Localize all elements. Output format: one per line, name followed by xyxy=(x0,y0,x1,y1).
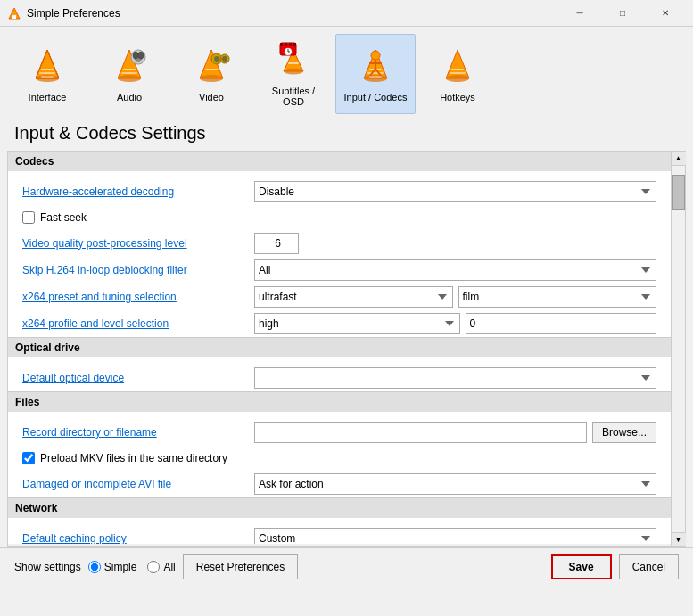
hw-decoding-control[interactable]: Disable Automatic DXVA 2.0 D3D11 NVDEC xyxy=(254,181,656,202)
fast-seek-label[interactable]: Fast seek xyxy=(40,211,87,224)
optical-device-control[interactable] xyxy=(254,367,656,389)
svg-rect-20 xyxy=(205,69,218,70)
svg-point-17 xyxy=(138,52,144,59)
input-icon xyxy=(354,45,397,88)
simple-radio-option[interactable]: Simple xyxy=(88,561,137,573)
record-input[interactable] xyxy=(254,422,587,443)
audio-icon xyxy=(108,45,151,88)
close-button[interactable]: ✕ xyxy=(645,0,686,27)
browse-button[interactable]: Browse... xyxy=(592,422,656,443)
app-icon xyxy=(7,6,21,21)
svg-point-48 xyxy=(446,75,469,82)
show-settings-radio-group: Simple All xyxy=(88,561,176,573)
x264-tune-select[interactable]: film animation grain stillimage psnr ssi… xyxy=(458,286,657,308)
cancel-button[interactable]: Cancel xyxy=(619,554,679,579)
record-row: Record directory or filename Browse... xyxy=(22,419,656,446)
svg-rect-40 xyxy=(367,72,384,74)
damaged-avi-control[interactable]: Ask for action Always fix Never fix xyxy=(254,473,656,495)
svg-rect-50 xyxy=(450,72,466,74)
scroll-up-button[interactable]: ▲ xyxy=(672,152,686,166)
tab-subtitles[interactable]: Subtitles / OSD xyxy=(253,34,334,114)
bottom-bar: Show settings Simple All Reset Preferenc… xyxy=(0,547,693,585)
record-control[interactable]: Browse... xyxy=(254,422,656,443)
skip-h264-select[interactable]: All Non-ref None xyxy=(254,259,656,281)
window-title: Simple Preferences xyxy=(27,7,559,20)
vq-control[interactable] xyxy=(254,233,656,254)
nav-tabs: Interface Audio xyxy=(0,27,693,114)
show-settings-label: Show settings xyxy=(14,561,81,573)
svg-rect-49 xyxy=(451,69,464,70)
all-label: All xyxy=(163,561,175,573)
scroll-down-button[interactable]: ▼ xyxy=(672,532,686,546)
network-section-header: Network xyxy=(8,497,671,518)
optical-device-select[interactable] xyxy=(254,367,656,389)
x264-preset-control[interactable]: ultrafast superfast veryfast faster fast… xyxy=(254,286,656,308)
window-controls: ─ □ ✕ xyxy=(559,0,686,27)
minimize-button[interactable]: ─ xyxy=(559,0,600,27)
hw-decoding-label[interactable]: Hardware-accelerated decoding xyxy=(22,185,254,198)
damaged-avi-label[interactable]: Damaged or incomplete AVI file xyxy=(22,478,254,490)
vq-label[interactable]: Video quality post-processing level xyxy=(22,237,254,250)
x264-preset-select[interactable]: ultrafast superfast veryfast faster fast… xyxy=(254,286,453,308)
tab-audio[interactable]: Audio xyxy=(89,34,169,114)
tab-audio-label: Audio xyxy=(117,92,142,103)
tab-interface-label: Interface xyxy=(29,92,67,103)
tab-hotkeys-label: Hotkeys xyxy=(440,92,475,103)
record-label[interactable]: Record directory or filename xyxy=(22,426,254,439)
x264-preset-label[interactable]: x264 preset and tuning selection xyxy=(22,291,254,303)
titlebar: Simple Preferences ─ □ ✕ xyxy=(0,0,693,27)
damaged-avi-select[interactable]: Ask for action Always fix Never fix xyxy=(254,473,656,495)
vq-row: Video quality post-processing level xyxy=(22,230,656,257)
x264-preset-row: x264 preset and tuning selection ultrafa… xyxy=(22,283,656,310)
tab-hotkeys[interactable]: Hotkeys xyxy=(417,34,498,114)
caching-select[interactable]: Custom Lowest latency Low latency Normal… xyxy=(254,528,656,544)
svg-marker-47 xyxy=(446,50,469,78)
x264-profile-control[interactable]: high baseline main high10 high422 high44… xyxy=(254,313,656,334)
svg-point-11 xyxy=(118,75,141,82)
video-icon xyxy=(190,45,233,88)
damaged-avi-row: Damaged or incomplete AVI file Ask for a… xyxy=(22,471,656,497)
tab-interface[interactable]: Interface xyxy=(7,34,87,114)
subtitles-icon xyxy=(272,41,315,82)
interface-icon xyxy=(26,45,69,88)
optical-device-row: Default optical device xyxy=(22,365,656,391)
svg-rect-8 xyxy=(41,76,54,78)
svg-point-16 xyxy=(133,52,138,59)
preload-mkv-label[interactable]: Preload MKV files in the same directory xyxy=(40,452,227,464)
skip-h264-label[interactable]: Skip H.264 in-loop deblocking filter xyxy=(22,264,254,276)
svg-marker-3 xyxy=(36,50,59,78)
preload-mkv-checkbox[interactable] xyxy=(22,452,35,464)
scroll-thumb[interactable] xyxy=(672,175,685,210)
svg-rect-6 xyxy=(41,69,54,70)
caching-control[interactable]: Custom Lowest latency Low latency Normal… xyxy=(254,528,656,544)
svg-rect-1 xyxy=(12,15,16,19)
codecs-section-header: Codecs xyxy=(8,152,671,171)
x264-level-input[interactable] xyxy=(466,313,657,334)
svg-point-19 xyxy=(200,75,223,82)
svg-point-24 xyxy=(214,56,219,62)
optical-device-label[interactable]: Default optical device xyxy=(22,372,254,384)
svg-point-42 xyxy=(371,51,380,60)
svg-rect-7 xyxy=(39,72,55,74)
skip-h264-control[interactable]: All Non-ref None xyxy=(254,259,656,281)
hw-decoding-select[interactable]: Disable Automatic DXVA 2.0 D3D11 NVDEC xyxy=(254,181,656,202)
caching-label[interactable]: Default caching policy xyxy=(22,532,254,544)
maximize-button[interactable]: □ xyxy=(602,0,643,27)
fast-seek-checkbox[interactable] xyxy=(22,211,35,224)
vq-input[interactable] xyxy=(254,233,299,254)
all-radio-option[interactable]: All xyxy=(147,561,175,573)
svg-rect-41 xyxy=(369,76,382,78)
save-button[interactable]: Save xyxy=(551,554,612,579)
tab-video[interactable]: Video xyxy=(171,34,252,114)
tab-input[interactable]: Input / Codecs xyxy=(335,34,416,114)
all-radio[interactable] xyxy=(147,561,160,573)
x264-profile-label[interactable]: x264 profile and level selection xyxy=(22,317,254,330)
svg-point-25 xyxy=(222,56,227,62)
reset-preferences-button[interactable]: Reset Preferences xyxy=(183,554,298,579)
tab-video-label: Video xyxy=(199,92,224,103)
x264-profile-select[interactable]: high baseline main high10 high422 high44… xyxy=(254,313,460,334)
settings-scroll-area[interactable]: Codecs Hardware-accelerated decoding Dis… xyxy=(8,152,671,544)
page-title: Input & Codecs Settings xyxy=(0,114,693,151)
preload-mkv-row: Preload MKV files in the same directory xyxy=(22,446,656,471)
simple-radio[interactable] xyxy=(88,561,101,573)
